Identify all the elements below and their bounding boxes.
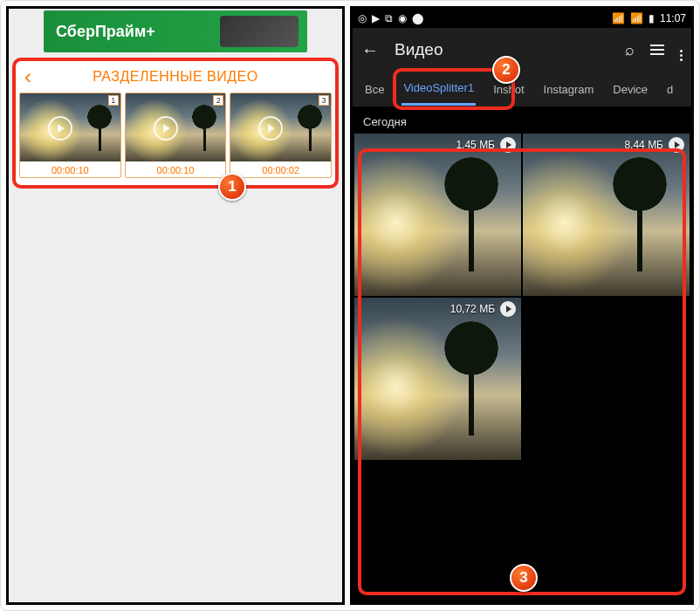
ad-text: СберПрайм+ [56, 23, 155, 41]
right-phone-screenshot: ◎ ▶ ⧉ ◉ ⬤ 📶 📶 ▮ 11:07 ← Видео ⌕ Все Vide… [350, 6, 694, 605]
status-icon: ◉ [398, 12, 407, 24]
split-videos-title: РАЗДЕЛЕННЫЕ ВИДЕО [93, 69, 257, 85]
video-grid: 1,45 МБ 8,44 МБ 10,72 МБ [353, 134, 691, 460]
thumb-index: 2 [213, 95, 223, 106]
search-icon[interactable]: ⌕ [625, 41, 635, 59]
video-empty-cell [523, 298, 690, 460]
callout-badge-2: 2 [492, 56, 520, 84]
callout-badge-1: 1 [218, 173, 246, 201]
video-size: 1,45 МБ [456, 139, 495, 151]
tab-videosplitter1[interactable]: VideoSplitter1 [401, 72, 476, 106]
battery-icon: ▮ [649, 12, 655, 24]
back-chevron-icon[interactable]: ‹ [24, 66, 38, 87]
play-icon [500, 301, 516, 317]
split-thumbnails-row: 1 00:00:10 2 00:00:10 3 00:00:02 [19, 93, 332, 178]
status-icon: ⬤ [412, 12, 423, 24]
tab-device[interactable]: Device [611, 74, 649, 105]
tab-instagram[interactable]: Instagram [542, 74, 596, 105]
thumb-duration: 00:00:10 [126, 161, 226, 177]
callout-badge-3: 3 [510, 564, 538, 592]
tab-more[interactable]: d [665, 74, 675, 105]
play-icon [154, 116, 178, 141]
thumb-duration: 00:00:02 [230, 161, 331, 177]
video-thumbnail[interactable]: 8,44 МБ [523, 134, 690, 296]
status-icon: ⧉ [385, 12, 393, 24]
split-thumbnail[interactable]: 2 00:00:10 [125, 93, 227, 178]
play-icon [500, 137, 516, 153]
status-icon: ◎ [358, 12, 367, 24]
view-toggle-icon[interactable] [650, 41, 664, 59]
back-arrow-icon[interactable]: ← [361, 40, 379, 60]
left-phone-screenshot: СберПрайм+ ‹ РАЗДЕЛЕННЫЕ ВИДЕО 1 00:00:1… [6, 6, 345, 605]
split-thumbnail[interactable]: 1 00:00:10 [19, 93, 121, 178]
thumb-duration: 00:00:10 [20, 161, 120, 177]
thumb-index: 1 [108, 95, 119, 106]
video-size: 8,44 МБ [624, 139, 663, 151]
ad-banner[interactable]: СберПрайм+ [44, 10, 307, 52]
play-icon [669, 137, 684, 153]
split-videos-section: ‹ РАЗДЕЛЕННЫЕ ВИДЕО 1 00:00:10 2 00:00:1… [12, 58, 339, 189]
video-thumbnail[interactable]: 10,72 МБ [354, 298, 521, 460]
gallery-app-bar: ← Видео ⌕ [353, 28, 691, 72]
video-thumbnail[interactable]: 1,45 МБ [354, 134, 521, 296]
overflow-menu-icon[interactable] [680, 38, 683, 61]
android-status-bar: ◎ ▶ ⧉ ◉ ⬤ 📶 📶 ▮ 11:07 [353, 9, 691, 28]
date-section-label: Сегодня [353, 106, 691, 134]
video-size: 10,72 МБ [450, 303, 495, 315]
signal-icon: 📶 [630, 12, 643, 24]
thumb-index: 3 [319, 95, 329, 106]
play-icon [48, 116, 72, 141]
play-icon [258, 116, 283, 141]
status-time: 11:07 [660, 12, 686, 24]
status-icon: ▶ [372, 12, 380, 24]
wifi-icon: 📶 [612, 12, 625, 24]
split-thumbnail[interactable]: 3 00:00:02 [230, 93, 332, 178]
folder-tabs: Все VideoSplitter1 Inshot Instagram Devi… [353, 72, 691, 106]
tab-all[interactable]: Все [363, 74, 386, 105]
